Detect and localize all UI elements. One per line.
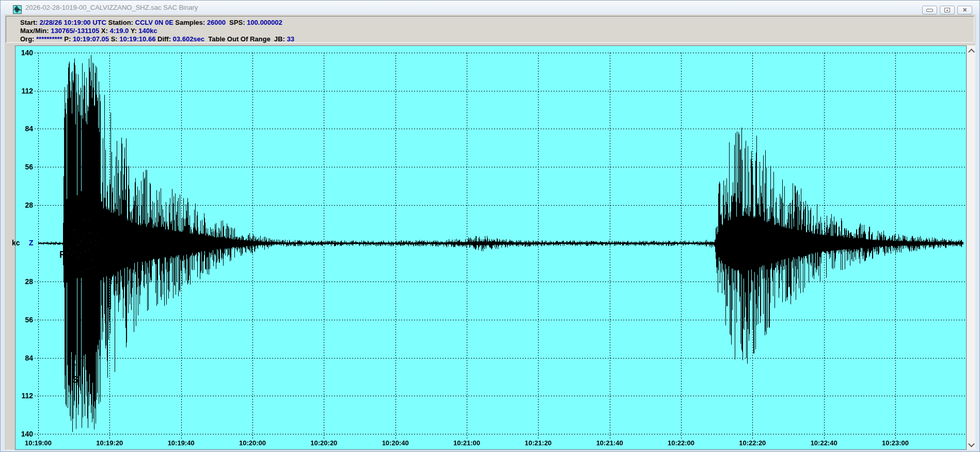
- header-label: Table Out Of Range JB:: [204, 35, 287, 43]
- seismogram-trace-canvas[interactable]: [15, 46, 966, 449]
- header-line-start: Start: 2/28/26 10:19:00 UTC Station: CCL…: [20, 19, 974, 27]
- app-window: 2026-02-28-1019-00_CALVIZZANO_SHZ.sac SA…: [0, 0, 980, 452]
- y-axis-tick-label: 84: [12, 124, 33, 133]
- x-axis-tick-label: 10:21:00: [449, 439, 485, 447]
- y-axis-tick-label: 56: [12, 316, 33, 324]
- p-phase-marker: P: [59, 250, 66, 260]
- header-value: 10:19:10.66: [119, 35, 155, 43]
- y-axis-tick-label: 28: [12, 201, 33, 209]
- seismogram-plot[interactable]: kc Z P ↑ S 14011284562828568411214010:19…: [15, 46, 966, 449]
- header-value: 100.000002: [247, 19, 282, 26]
- component-label: Z: [29, 239, 34, 247]
- x-axis-tick-label: 10:23:00: [877, 439, 913, 447]
- header-label: Station:: [106, 19, 135, 26]
- header-value: **********: [36, 35, 62, 43]
- header-label: Y:: [129, 27, 138, 35]
- s-phase-marker: S: [72, 375, 78, 385]
- title-bar[interactable]: 2026-02-28-1019-00_CALVIZZANO_SHZ.sac SA…: [1, 1, 979, 14]
- y-axis-unit-label: kc: [12, 239, 20, 247]
- x-axis-tick-label: 10:20:20: [306, 439, 342, 447]
- y-axis-tick-label: 112: [12, 87, 33, 95]
- header-label: SPS:: [226, 19, 247, 26]
- header-label: Samples:: [173, 19, 207, 26]
- scroll-down-icon[interactable]: [969, 442, 973, 446]
- y-axis-tick-label: 112: [12, 392, 33, 400]
- x-axis-tick-label: 10:19:00: [20, 439, 56, 447]
- x-axis-tick-label: 10:19:40: [163, 439, 199, 447]
- restore-icon: [944, 8, 950, 12]
- close-icon: ✕: [962, 7, 967, 13]
- trace-info-header: Start: 2/28/26 10:19:00 UTC Station: CCL…: [6, 16, 974, 43]
- header-value: 140kc: [138, 27, 157, 35]
- header-line-phases: Org: ********** P: 10:19:07.05 S: 10:19:…: [20, 35, 974, 43]
- minimize-icon: [926, 9, 933, 12]
- header-label: P:: [62, 35, 73, 43]
- header-value: CCLV 0N 0E: [135, 19, 173, 26]
- header-value: 2/28/26 10:19:00 UTC: [40, 19, 106, 26]
- y-axis-tick-label: 84: [12, 354, 33, 362]
- restore-button[interactable]: [940, 6, 955, 14]
- x-axis-tick-label: 10:22:40: [806, 439, 842, 447]
- y-axis-tick-label: 140: [12, 49, 33, 57]
- vertical-scrollbar[interactable]: [967, 45, 975, 449]
- window-title: 2026-02-28-1019-00_CALVIZZANO_SHZ.sac SA…: [25, 4, 198, 11]
- x-axis-tick-label: 10:21:40: [592, 439, 628, 447]
- header-value: 4:19.0: [109, 27, 129, 35]
- y-axis-tick-label: 28: [12, 277, 33, 286]
- x-axis-tick-label: 10:22:20: [734, 439, 770, 447]
- y-axis-tick-label: 56: [12, 163, 33, 171]
- seismogram-plot-frame: kc Z P ↑ S 14011284562828568411214010:19…: [15, 45, 967, 450]
- header-label: X:: [99, 27, 109, 35]
- x-axis-tick-label: 10:22:00: [663, 439, 699, 447]
- window-content: Start: 2/28/26 10:19:00 UTC Station: CCL…: [5, 14, 975, 449]
- header-value: 130765/-131105: [51, 27, 99, 35]
- scroll-up-icon[interactable]: [969, 48, 973, 52]
- header-label: S:: [109, 35, 119, 43]
- s-phase-arrow-icon: ↑: [72, 360, 78, 372]
- header-value: 33: [287, 35, 294, 43]
- x-axis-tick-label: 10:20:00: [234, 439, 271, 447]
- header-value: 03.602sec: [173, 35, 204, 43]
- x-axis-tick-label: 10:21:20: [520, 439, 556, 447]
- header-label: Start:: [20, 19, 40, 26]
- header-label: Diff:: [155, 35, 172, 43]
- header-label: Org:: [20, 35, 36, 43]
- minimize-button[interactable]: [922, 6, 937, 14]
- header-label: Max/Min:: [20, 27, 51, 35]
- header-value: 10:19:07.05: [73, 35, 109, 43]
- header-line-maxmin: Max/Min: 130765/-131105 X: 4:19.0 Y: 140…: [20, 27, 974, 35]
- x-axis-tick-label: 10:19:20: [91, 439, 128, 447]
- seismogram-waveform-icon: [13, 5, 22, 14]
- close-button[interactable]: ✕: [957, 6, 972, 14]
- header-value: 26000: [207, 19, 226, 26]
- y-axis-tick-label: 140: [12, 430, 33, 438]
- x-axis-tick-label: 10:20:40: [377, 439, 414, 447]
